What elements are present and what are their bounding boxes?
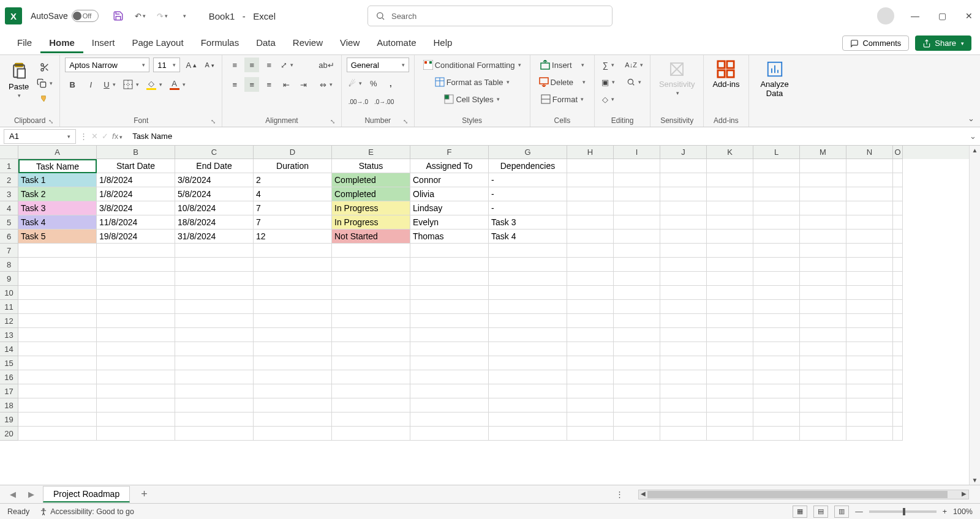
cell[interactable] bbox=[254, 244, 332, 258]
cell[interactable] bbox=[332, 272, 410, 286]
col-header-N[interactable]: N bbox=[846, 146, 893, 159]
cell[interactable]: Task 1 bbox=[18, 173, 97, 187]
vertical-scrollbar[interactable]: ▲ ▼ bbox=[969, 146, 980, 485]
decrease-decimal-button[interactable]: .0→.00 bbox=[372, 94, 396, 109]
cell[interactable] bbox=[893, 342, 903, 356]
cell[interactable] bbox=[567, 356, 614, 370]
cell[interactable] bbox=[846, 413, 893, 427]
cell[interactable] bbox=[567, 272, 614, 286]
row-header-14[interactable]: 14 bbox=[0, 342, 18, 356]
cell[interactable] bbox=[410, 244, 489, 258]
cell[interactable] bbox=[707, 244, 753, 258]
qat-customize-button[interactable]: ▾ bbox=[176, 7, 193, 24]
cell[interactable] bbox=[660, 413, 707, 427]
cell[interactable] bbox=[893, 300, 903, 314]
tab-help[interactable]: Help bbox=[424, 34, 461, 53]
cell[interactable] bbox=[753, 398, 800, 413]
scroll-down-icon[interactable]: ▼ bbox=[970, 477, 980, 484]
cell[interactable]: 18/8/2024 bbox=[175, 215, 254, 230]
accessibility-status[interactable]: Accessibility: Good to go bbox=[39, 507, 134, 516]
cell[interactable] bbox=[567, 244, 614, 258]
cell[interactable] bbox=[254, 384, 332, 398]
cell[interactable] bbox=[614, 314, 660, 328]
cell[interactable] bbox=[489, 342, 567, 356]
cell[interactable] bbox=[893, 187, 903, 201]
cell[interactable] bbox=[893, 413, 903, 427]
cell[interactable] bbox=[410, 300, 489, 314]
cell-styles-button[interactable]: Cell Styles▾ bbox=[420, 92, 525, 106]
cell[interactable] bbox=[846, 342, 893, 356]
cell[interactable] bbox=[254, 413, 332, 427]
row-header-9[interactable]: 9 bbox=[0, 272, 18, 286]
col-header-F[interactable]: F bbox=[410, 146, 489, 159]
cell[interactable] bbox=[660, 244, 707, 258]
cell[interactable] bbox=[489, 244, 567, 258]
cell[interactable] bbox=[489, 286, 567, 300]
clear-button[interactable]: ◇▾ bbox=[600, 92, 617, 106]
cell[interactable] bbox=[660, 314, 707, 328]
cell[interactable] bbox=[614, 370, 660, 384]
collapse-ribbon-button[interactable]: ⌄ bbox=[962, 55, 980, 127]
cell[interactable] bbox=[175, 300, 254, 314]
cell[interactable] bbox=[846, 272, 893, 286]
cell[interactable] bbox=[254, 300, 332, 314]
cell[interactable] bbox=[567, 286, 614, 300]
cell[interactable] bbox=[18, 244, 97, 258]
select-all-corner[interactable] bbox=[0, 146, 18, 159]
cell[interactable] bbox=[567, 314, 614, 328]
cell[interactable]: In Progress bbox=[332, 201, 410, 215]
format-as-table-button[interactable]: Format as Table▾ bbox=[420, 75, 525, 89]
fx-icon[interactable]: fx▾ bbox=[112, 132, 123, 141]
cell[interactable] bbox=[800, 314, 846, 328]
font-name-combo[interactable]: Aptos Narrow▾ bbox=[65, 58, 149, 72]
cell[interactable] bbox=[614, 159, 660, 173]
cell[interactable] bbox=[175, 258, 254, 272]
cell[interactable] bbox=[707, 258, 753, 272]
cell[interactable] bbox=[97, 328, 175, 342]
cell[interactable] bbox=[893, 272, 903, 286]
cell[interactable] bbox=[753, 159, 800, 173]
cell[interactable] bbox=[893, 328, 903, 342]
cell[interactable] bbox=[893, 356, 903, 370]
scroll-left-icon[interactable]: ◀ bbox=[639, 490, 647, 497]
save-button[interactable] bbox=[110, 7, 127, 24]
cell[interactable] bbox=[175, 286, 254, 300]
cell[interactable]: 4 bbox=[254, 187, 332, 201]
cell[interactable] bbox=[753, 342, 800, 356]
cell[interactable] bbox=[254, 342, 332, 356]
cell[interactable] bbox=[660, 384, 707, 398]
cell[interactable]: Dependencies bbox=[489, 159, 567, 173]
cell[interactable] bbox=[660, 159, 707, 173]
cell[interactable] bbox=[97, 258, 175, 272]
decrease-font-button[interactable]: A▾ bbox=[202, 58, 217, 72]
normal-view-button[interactable]: ▦ bbox=[793, 506, 807, 518]
cell[interactable] bbox=[660, 173, 707, 187]
cell[interactable] bbox=[410, 328, 489, 342]
cell[interactable] bbox=[707, 314, 753, 328]
align-right-button[interactable]: ≡ bbox=[262, 77, 276, 92]
cell[interactable] bbox=[707, 300, 753, 314]
cell[interactable] bbox=[846, 173, 893, 187]
addins-button[interactable]: Add-ins bbox=[709, 58, 743, 91]
cell[interactable] bbox=[175, 398, 254, 413]
cell[interactable] bbox=[753, 300, 800, 314]
row-header-7[interactable]: 7 bbox=[0, 244, 18, 258]
cell[interactable]: Task 5 bbox=[18, 230, 97, 244]
cell[interactable]: Task 3 bbox=[18, 201, 97, 215]
cell[interactable] bbox=[175, 328, 254, 342]
cell[interactable] bbox=[332, 342, 410, 356]
cell[interactable] bbox=[846, 398, 893, 413]
cell[interactable] bbox=[97, 342, 175, 356]
tab-insert[interactable]: Insert bbox=[83, 34, 124, 53]
cell[interactable] bbox=[846, 187, 893, 201]
cell[interactable] bbox=[846, 159, 893, 173]
cell[interactable] bbox=[846, 230, 893, 244]
cell[interactable] bbox=[567, 427, 614, 441]
cell[interactable] bbox=[97, 427, 175, 441]
sheet-options-button[interactable]: ⋮ bbox=[611, 490, 628, 499]
cell[interactable] bbox=[707, 342, 753, 356]
cell[interactable] bbox=[614, 356, 660, 370]
cell[interactable] bbox=[614, 215, 660, 230]
cell[interactable] bbox=[753, 370, 800, 384]
cell[interactable]: Evelyn bbox=[410, 215, 489, 230]
